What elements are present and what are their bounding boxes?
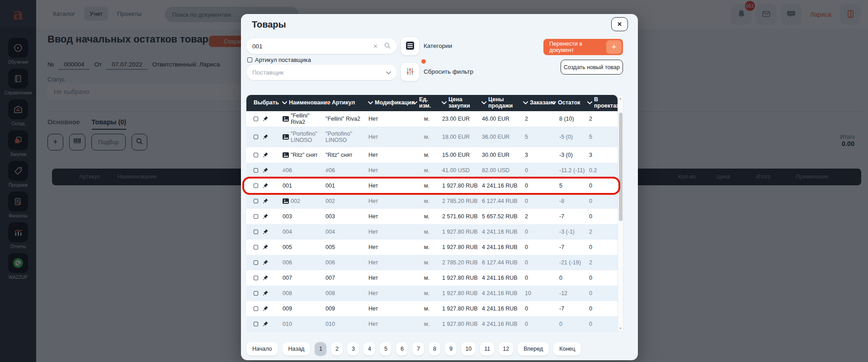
column-header-ordered[interactable]: Заказано [521,100,549,106]
page-button-6[interactable]: 6 [396,342,408,356]
sort-desc-icon[interactable] [551,100,556,106]
page-button-4[interactable]: 4 [363,342,375,356]
table-row[interactable]: 001001Нетм.1 927.80 RUB4 241.16 RUB050 [246,178,618,193]
pin-icon[interactable] [262,116,269,122]
page-button-10[interactable]: 10 [461,342,476,356]
modal-close-button[interactable]: ✕ [611,17,628,31]
pin-icon[interactable] [262,275,269,281]
sort-desc-icon[interactable] [282,100,287,106]
row-checkbox[interactable] [254,291,258,296]
column-header-select[interactable]: Выбрать [246,100,280,106]
pin-icon[interactable] [262,167,269,174]
categories-button[interactable] [401,37,419,55]
row-checkbox[interactable] [254,276,258,280]
page-button-12[interactable]: 12 [499,342,513,356]
page-button-11[interactable]: 11 [480,342,494,356]
product-image-icon[interactable] [283,134,289,140]
sort-desc-icon[interactable] [442,100,447,106]
row-checkbox[interactable] [254,230,258,234]
create-product-button[interactable]: Создать новый товар [561,60,623,75]
page-button-5[interactable]: 5 [380,342,392,356]
scroll-up-icon[interactable]: ▲ [618,97,623,100]
sort-desc-icon[interactable] [481,100,486,106]
page-button-3[interactable]: 3 [347,342,359,356]
page-button-8[interactable]: 8 [429,342,440,356]
reset-filter-label[interactable]: Сбросить фильтр [424,68,473,75]
clear-search-icon[interactable]: ✕ [373,43,378,50]
row-checkbox[interactable] [254,322,258,326]
table-row[interactable]: 006006Нетм.2 785.20 RUB6 127.44 RUB0-21 … [246,255,618,270]
table-row[interactable]: "Ritz" снят"Ritz" снятНетм.15.00 EUR30.0… [246,147,618,163]
sort-desc-icon[interactable] [587,100,592,106]
row-checkbox[interactable] [254,260,258,265]
table-row[interactable]: 002002Нетм.2 785.20 RUB6 127.44 RUB0-80 [246,193,618,209]
supplier-article-checkbox[interactable] [247,57,252,62]
product-image-icon[interactable] [283,116,289,122]
sort-desc-icon[interactable] [368,100,373,106]
page-button-1[interactable]: 1 [315,342,326,356]
table-row[interactable]: "Portofino" LINOSO"Portofino" LINOSOНетм… [246,127,618,147]
pin-icon[interactable] [262,213,269,220]
pin-icon[interactable] [262,321,269,327]
search-icon[interactable] [384,42,391,51]
transfer-to-document-button[interactable]: Перенести в документ + [543,39,623,55]
row-checkbox[interactable] [254,199,258,203]
column-header-in-projects[interactable]: В проектах [585,97,618,109]
row-checkbox[interactable] [254,117,258,121]
page-button-7[interactable]: 7 [412,342,424,356]
product-search-input[interactable]: 001 ✕ [246,38,397,54]
table-scrollbar[interactable]: ▲ ▼ [618,95,623,332]
table-row[interactable]: 010010Нетм.1 927.80 RUB4 241.16 RUB000 [246,316,618,332]
row-checkbox[interactable] [254,245,258,249]
pin-icon[interactable] [262,229,269,235]
table-row[interactable]: 007007Нетм.1 927.80 RUB4 241.16 RUB000 [246,270,618,286]
product-image-icon[interactable] [283,198,289,204]
supplier-select[interactable]: Поставщик [246,65,397,80]
page-button-2[interactable]: 2 [331,342,343,356]
pin-icon[interactable] [262,134,269,140]
sort-desc-icon[interactable] [412,100,417,106]
column-header-purchase-price[interactable]: Цена закупки [440,97,480,109]
reset-filter-button[interactable] [401,63,419,81]
pin-icon[interactable] [262,290,269,296]
product-image-icon[interactable] [283,152,289,158]
pin-icon[interactable] [262,244,269,250]
sort-desc-icon[interactable] [523,100,528,106]
column-header-article[interactable]: Артикул [323,100,366,106]
pin-icon[interactable] [262,259,269,266]
table-row[interactable]: 005005Нетм.1 927.80 RUB4 241.16 RUB0-70 [246,240,618,255]
pagination-prev-button[interactable]: Назад [283,342,311,356]
column-header-name[interactable]: Наименование [280,100,323,106]
row-checkbox[interactable] [254,153,258,157]
pin-icon[interactable] [262,152,269,158]
transfer-plus-icon[interactable]: + [606,40,622,54]
table-row[interactable]: #06#06Нетм.41.00 USD82.00 USD0-11.2 (-11… [246,163,618,178]
table-row[interactable]: 004004Нетм.1 927.80 RUB4 241.16 RUB0-3 (… [246,224,618,240]
column-header-unit[interactable]: Ед. изм. [410,97,440,109]
scroll-down-icon[interactable]: ▼ [618,327,623,330]
pagination-last-button[interactable]: Конец [553,342,581,356]
row-checkbox[interactable] [254,214,258,219]
table-row[interactable]: 009009Нетм.1 927.80 RUB4 241.16 RUB0-70 [246,301,618,316]
column-header-modifications[interactable]: Модификации [366,100,410,106]
pin-icon[interactable] [262,306,269,312]
supplier-article-checkbox-row[interactable]: Артикул поставщика [247,56,311,63]
pin-icon[interactable] [262,198,269,204]
categories-label[interactable]: Категории [424,42,452,49]
pagination-next-button[interactable]: Вперед [518,342,549,356]
modifications-cell: Нет [366,213,410,220]
row-checkbox[interactable] [254,168,258,173]
table-row[interactable]: 008008Нетм.1 927.80 RUB4 241.16 RUB10-12… [246,286,618,301]
row-checkbox[interactable] [254,183,258,188]
table-row[interactable]: "Fellini" Riva2"Fellini" Riva2Нетм.23.00… [246,111,618,127]
row-checkbox[interactable] [254,135,258,139]
sort-asc-icon[interactable] [325,100,330,106]
table-row[interactable]: 003003Нетм.2 571.60 RUB5 657.52 RUB2-70 [246,209,618,224]
pagination-first-button[interactable]: Начало [246,342,278,356]
pin-icon[interactable] [262,183,269,189]
column-header-sale-price[interactable]: Цены продажи [480,97,521,109]
scrollbar-thumb[interactable] [619,113,623,221]
column-header-stock[interactable]: Остаток [549,100,585,106]
page-button-9[interactable]: 9 [445,342,457,356]
row-checkbox[interactable] [254,306,258,311]
